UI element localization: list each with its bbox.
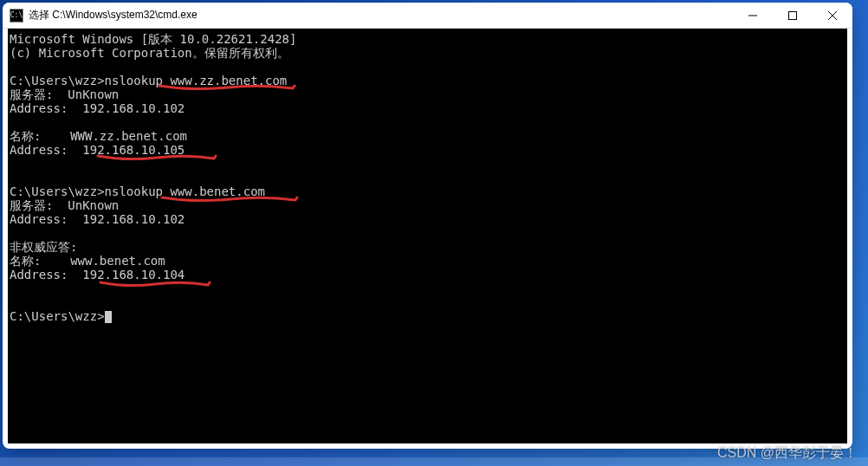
minimize-button[interactable] xyxy=(733,3,773,28)
terminal-line xyxy=(10,226,845,240)
window-title: 选择 C:\Windows\system32\cmd.exe xyxy=(29,8,733,23)
terminal-line: 名称: WWW.zz.benet.com xyxy=(10,129,845,143)
terminal-output[interactable]: Microsoft Windows [版本 10.0.22621.2428](c… xyxy=(8,29,847,443)
terminal-line: C:\Users\wzz>nslookup www.zz.benet.com xyxy=(10,74,845,87)
terminal-line xyxy=(10,115,845,129)
terminal-line xyxy=(10,171,845,184)
titlebar[interactable]: C:\ 选择 C:\Windows\system32\cmd.exe xyxy=(3,3,852,29)
terminal-line: Address: 192.168.10.102 xyxy=(10,212,845,226)
terminal-line: 服务器: UnKnown xyxy=(10,87,845,101)
close-button[interactable] xyxy=(813,3,852,28)
terminal-line: C:\Users\wzz>nslookup www.benet.com xyxy=(10,184,845,198)
terminal-line: Address: 192.168.10.104 xyxy=(10,268,845,282)
terminal-line: (c) Microsoft Corporation。保留所有权利。 xyxy=(10,46,845,60)
window-controls xyxy=(733,3,852,28)
terminal-line: Address: 192.168.10.105 xyxy=(10,143,845,157)
terminal-line xyxy=(10,282,845,295)
taskbar xyxy=(0,457,868,466)
svg-rect-1 xyxy=(789,11,797,19)
terminal-line xyxy=(10,60,845,74)
maximize-button[interactable] xyxy=(773,3,813,28)
cmd-icon: C:\ xyxy=(10,9,23,23)
terminal-line: 服务器: UnKnown xyxy=(10,198,845,212)
terminal-line: Address: 192.168.10.102 xyxy=(10,101,845,115)
cmd-window: C:\ 选择 C:\Windows\system32\cmd.exe Micro… xyxy=(3,3,852,449)
terminal-line: C:\Users\wzz> xyxy=(10,309,845,323)
terminal-line xyxy=(10,295,845,309)
cursor xyxy=(105,311,112,323)
terminal-line xyxy=(10,157,845,171)
terminal-line: Microsoft Windows [版本 10.0.22621.2428] xyxy=(10,32,845,46)
terminal-line: 非权威应答: xyxy=(10,240,845,254)
terminal-line: 名称: www.benet.com xyxy=(10,254,845,268)
